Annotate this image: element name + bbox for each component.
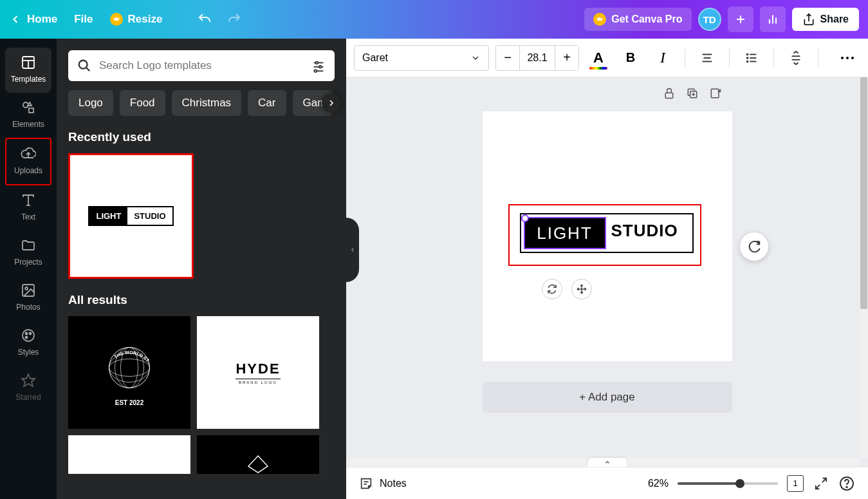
result-template-3[interactable] (68, 435, 190, 474)
canvas-area: Garet − + A B I (346, 39, 868, 499)
chevron-left-icon (9, 13, 22, 26)
scrollbar-thumb[interactable] (860, 77, 867, 309)
vertical-scrollbar[interactable] (860, 77, 868, 458)
zoom-controls: 62% 1 (648, 475, 855, 492)
globe-icon: THE WORLD STUDIOS (100, 339, 158, 397)
result2-title: HYDE (235, 361, 280, 377)
filter-icon[interactable] (311, 59, 326, 73)
rail-starred[interactable]: Starred (5, 366, 51, 411)
font-name: Garet (362, 52, 388, 64)
svg-point-27 (315, 70, 317, 72)
undo-redo-group (197, 12, 242, 27)
sync-button[interactable] (542, 279, 562, 299)
templates-panel: Logo Food Christmas Car Gaming Recently … (57, 39, 346, 499)
top-header: Home File Resize Get Canva Pro TD (0, 0, 868, 39)
duplicate-page-button[interactable] (685, 86, 699, 100)
lock-page-button[interactable] (662, 86, 676, 100)
chip-car[interactable]: Car (248, 90, 286, 116)
home-button[interactable]: Home (9, 13, 57, 26)
search-bar[interactable] (68, 50, 335, 81)
more-button[interactable] (835, 45, 860, 71)
canvas-text-studio[interactable]: STUDIO (611, 221, 678, 241)
canvas-text-light[interactable]: LIGHT (537, 223, 593, 243)
user-avatar[interactable]: TD (698, 8, 721, 31)
slider-knob[interactable] (735, 479, 744, 488)
help-button[interactable] (838, 475, 855, 492)
chevron-right-icon (326, 98, 337, 108)
page-count-button[interactable]: 1 (787, 475, 804, 492)
insights-button[interactable] (760, 6, 786, 32)
logo-preview: LIGHT STUDIO (88, 206, 173, 226)
header-right: Get Canva Pro TD Share (584, 6, 859, 32)
resize-button[interactable]: Resize (110, 13, 163, 26)
bold-button[interactable]: B (618, 45, 643, 71)
chips-scroll-right[interactable] (322, 93, 341, 113)
share-button[interactable]: Share (792, 8, 859, 31)
svg-point-16 (26, 333, 28, 335)
result-template-1[interactable]: THE WORLD STUDIOS EST 2022 (68, 316, 190, 429)
add-page-button[interactable]: + Add page (483, 382, 732, 413)
comment-fab[interactable] (740, 232, 768, 261)
result-template-4[interactable] (197, 435, 319, 474)
fullscreen-button[interactable] (813, 475, 829, 492)
redo-button[interactable] (226, 12, 242, 27)
crown-icon (110, 13, 123, 26)
rail-templates[interactable]: Templates (5, 48, 51, 93)
selected-text-box[interactable]: LIGHT (524, 217, 606, 249)
chevron-down-icon (470, 53, 481, 63)
text-color-button[interactable]: A (586, 45, 611, 71)
recent-template-thumb[interactable]: LIGHT STUDIO (68, 153, 194, 279)
text-toolbar: Garet − + A B I (346, 39, 868, 77)
rotate-handle[interactable] (521, 214, 529, 222)
panel-collapse-handle[interactable] (346, 218, 359, 282)
rail-label: Projects (14, 258, 42, 267)
rail-projects[interactable]: Projects (5, 231, 51, 276)
font-size-input[interactable] (519, 46, 555, 70)
result-template-2[interactable]: HYDE BRAND LOGO (197, 316, 319, 429)
design-page[interactable]: LIGHT STUDIO (483, 111, 732, 361)
zoom-slider[interactable] (678, 482, 778, 485)
zoom-value[interactable]: 62% (648, 478, 669, 489)
add-collaborator-button[interactable] (728, 6, 753, 32)
filter-chips: Logo Food Christmas Car Gaming (68, 90, 335, 116)
svg-point-14 (25, 287, 28, 290)
templates-icon (20, 54, 37, 71)
notes-button[interactable]: Notes (359, 476, 407, 491)
search-input[interactable] (99, 59, 304, 72)
chip-christmas[interactable]: Christmas (172, 90, 242, 116)
svg-rect-49 (711, 89, 719, 97)
file-menu[interactable]: File (74, 13, 93, 26)
move-button[interactable] (571, 279, 592, 299)
diamond-icon (245, 455, 271, 474)
slider-fill (678, 482, 740, 485)
workspace[interactable]: LIGHT STUDIO + Add page (346, 77, 868, 467)
undo-button[interactable] (197, 12, 212, 27)
font-selector[interactable]: Garet (354, 45, 489, 71)
spacing-button[interactable] (783, 45, 809, 71)
rail-text[interactable]: Text (5, 185, 51, 231)
chip-food[interactable]: Food (120, 90, 165, 116)
rail-elements[interactable]: Elements (5, 93, 51, 138)
font-size-decrease[interactable]: − (496, 46, 519, 70)
rail-label: Text (21, 212, 35, 221)
rail-label: Templates (11, 75, 46, 84)
rail-uploads[interactable]: Uploads (5, 138, 51, 185)
notes-label: Notes (380, 478, 407, 489)
get-pro-button[interactable]: Get Canva Pro (584, 8, 691, 31)
chevron-up-icon (603, 459, 612, 466)
svg-point-15 (23, 330, 34, 341)
align-button[interactable] (694, 45, 720, 71)
divider (773, 48, 774, 68)
projects-icon (20, 237, 37, 254)
text-icon (20, 192, 37, 209)
rail-label: Starred (15, 393, 41, 402)
chip-logo[interactable]: Logo (68, 90, 113, 116)
rail-photos[interactable]: Photos (5, 276, 51, 321)
list-button[interactable] (739, 45, 764, 71)
timeline-toggle[interactable] (588, 458, 627, 467)
italic-button[interactable]: I (650, 45, 676, 71)
plus-icon (734, 13, 747, 26)
rail-styles[interactable]: Styles (5, 321, 51, 366)
svg-point-40 (747, 53, 748, 55)
new-page-button[interactable] (708, 86, 723, 100)
